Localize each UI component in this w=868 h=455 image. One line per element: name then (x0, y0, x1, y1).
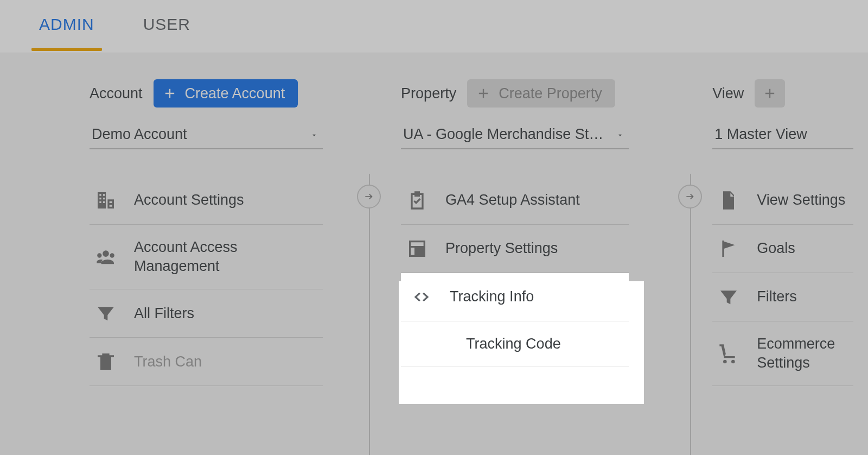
tab-admin[interactable]: ADMIN (39, 15, 94, 50)
trash-can-item[interactable]: Trash Can (90, 338, 323, 386)
layout-icon (404, 238, 430, 260)
account-label: Account (90, 85, 143, 102)
menu-label: Tracking Code (466, 334, 626, 353)
caret-down-icon (615, 126, 626, 143)
admin-tabs: ADMIN USER (0, 0, 868, 53)
tracking-info-item[interactable]: Tracking Info (401, 273, 629, 321)
filter-icon (716, 286, 742, 308)
view-selected: 1 Master View (714, 126, 807, 143)
create-view-button[interactable] (755, 79, 785, 108)
admin-columns: Account Create Account Demo Account Acco… (0, 53, 868, 412)
create-account-label: Create Account (185, 85, 285, 102)
account-header: Account Create Account (90, 79, 395, 108)
create-property-button[interactable]: Create Property (467, 79, 615, 108)
tab-user[interactable]: USER (143, 15, 190, 50)
menu-label: Account Access Management (134, 238, 320, 276)
all-filters-item[interactable]: All Filters (90, 289, 323, 338)
property-column: Property Create Property UA - Google Mer… (401, 79, 707, 412)
menu-label: Trash Can (134, 352, 320, 371)
caret-down-icon (309, 126, 320, 143)
plus-icon (762, 86, 777, 101)
code-icon (409, 286, 435, 308)
goals-item[interactable]: Goals (712, 225, 853, 273)
menu-label: Filters (757, 287, 850, 306)
property-selected: UA - Google Merchandise Sto… (403, 126, 607, 143)
menu-label: All Filters (134, 304, 320, 323)
clipboard-check-icon (404, 189, 430, 211)
buildings-icon (93, 189, 119, 211)
trash-icon (93, 351, 119, 372)
document-icon (716, 189, 742, 211)
view-label: View (712, 85, 744, 102)
account-column: Account Create Account Demo Account Acco… (90, 79, 395, 412)
ecommerce-settings-item[interactable]: Ecommerce Settings (712, 321, 853, 386)
property-header: Property Create Property (401, 79, 707, 108)
tracking-code-item[interactable]: Tracking Code (401, 321, 629, 367)
plus-icon (476, 86, 491, 101)
account-selector[interactable]: Demo Account (90, 121, 323, 149)
filter-icon (93, 302, 119, 324)
property-settings-item[interactable]: Property Settings (401, 225, 629, 273)
menu-label: Property Settings (445, 239, 626, 258)
menu-label: View Settings (757, 191, 850, 210)
menu-label: Goals (757, 239, 850, 258)
property-selector[interactable]: UA - Google Merchandise Sto… (401, 121, 629, 149)
account-menu: Account Settings Account Access Manageme… (90, 176, 323, 386)
view-menu: View Settings Goals Filters Ecommerce Se… (712, 176, 853, 386)
view-settings-item[interactable]: View Settings (712, 176, 853, 225)
ga4-setup-item[interactable]: GA4 Setup Assistant (401, 176, 629, 225)
account-settings-item[interactable]: Account Settings (90, 176, 323, 225)
account-selected: Demo Account (92, 126, 187, 143)
create-property-label: Create Property (499, 85, 602, 102)
menu-label: Ecommerce Settings (757, 334, 850, 372)
create-account-button[interactable]: Create Account (154, 79, 298, 108)
account-access-item[interactable]: Account Access Management (90, 225, 323, 289)
view-filters-item[interactable]: Filters (712, 273, 853, 321)
property-label: Property (401, 85, 456, 102)
menu-label: Tracking Info (450, 287, 626, 306)
menu-label: Account Settings (134, 191, 320, 210)
cart-icon (716, 343, 742, 364)
view-column: View 1 Master View View Settings Goals (712, 79, 868, 412)
flag-icon (716, 238, 742, 260)
view-selector[interactable]: 1 Master View (712, 121, 853, 149)
people-icon (93, 246, 119, 268)
menu-label: GA4 Setup Assistant (445, 191, 626, 210)
plus-icon (162, 86, 177, 101)
view-header: View (712, 79, 868, 108)
